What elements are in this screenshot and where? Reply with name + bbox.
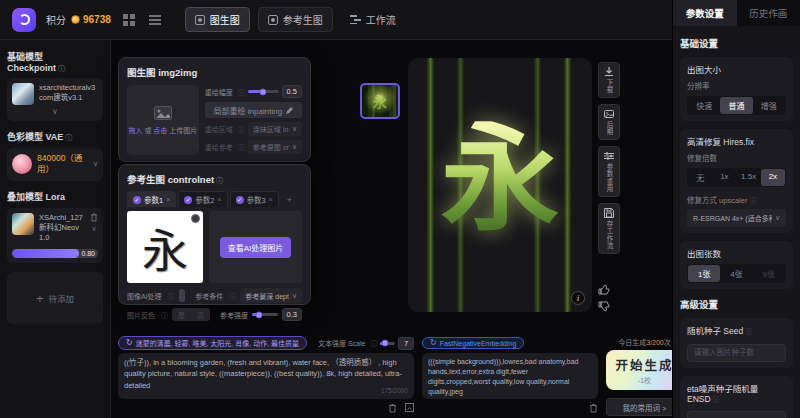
tab-img2img[interactable]: 图生图 bbox=[185, 7, 250, 32]
lora-weight-slider[interactable]: 0.80 bbox=[12, 249, 98, 258]
controlnet-tab-2[interactable]: ✓参数2× bbox=[178, 191, 227, 207]
denoise-value[interactable]: 0.5 bbox=[282, 85, 302, 98]
negative-prompt-textarea[interactable]: (((simple background))),lowres,bad anato… bbox=[422, 353, 598, 399]
img2img-panel: 图生图 img2img 拖入 或 点击 上传图片 重绘幅度ⓘ 0.5 局部重绘 bbox=[118, 57, 311, 162]
invert-toggle[interactable]: 是否 bbox=[172, 308, 210, 321]
cfg-scale-slider[interactable] bbox=[380, 342, 395, 345]
info-icon: ⓘ bbox=[745, 328, 752, 335]
lora-card[interactable]: XSArchi_127新科幻Neov1.0 ∨ 0.80 bbox=[7, 208, 103, 263]
count-9[interactable]: 9张 bbox=[753, 265, 785, 282]
positive-char-counter: 175/2000 bbox=[381, 386, 408, 396]
controlnet-tabs: ✓参数1× ✓参数2× ✓参数3× + bbox=[119, 191, 310, 207]
image-rating bbox=[598, 284, 610, 312]
upscaler-select[interactable]: R-ESRGAN 4x+ (适合多种风∨ bbox=[687, 209, 786, 227]
inpaint-button[interactable]: 局部重绘 inpainting bbox=[205, 102, 302, 118]
controlnet-reference-image[interactable]: 永 bbox=[127, 211, 203, 283]
trash-icon[interactable] bbox=[90, 213, 98, 222]
cfg-scale-value[interactable]: 7 bbox=[398, 337, 414, 350]
controlnet-tab-3[interactable]: ✓参数3× bbox=[230, 191, 279, 207]
denoise-slider[interactable] bbox=[248, 90, 279, 93]
positive-prompt-group: ↻ 迷蒙的清晨, 轻雾, 唯美, 太阳光, 肖像, 动作, 最佳质量 文本强度 … bbox=[118, 336, 414, 414]
strength-slider[interactable] bbox=[252, 313, 278, 316]
negative-embedding-tag[interactable]: ↻ FastNegativeEmbedding bbox=[422, 337, 524, 349]
inpaint-area-select[interactable]: 涂抹区域 In∨ bbox=[248, 122, 302, 136]
hires-none[interactable]: 无 bbox=[688, 169, 712, 186]
chevron-down-icon[interactable]: ∨ bbox=[93, 160, 98, 168]
ensd-card: eta噪声种子随机量 ENSDⓘ bbox=[680, 376, 793, 418]
image-settings-icon[interactable] bbox=[191, 214, 200, 223]
controlnet-add-tab[interactable]: + bbox=[281, 193, 298, 207]
resolution-normal[interactable]: 普通 bbox=[720, 97, 752, 114]
close-icon[interactable]: × bbox=[269, 196, 273, 203]
ensd-input[interactable] bbox=[687, 411, 786, 418]
chevron-down-icon: ∨ bbox=[292, 125, 297, 133]
plus-icon: + bbox=[36, 291, 44, 306]
grid-view-icon[interactable] bbox=[121, 12, 137, 28]
app-logo[interactable] bbox=[12, 8, 36, 32]
sliders-icon bbox=[604, 151, 614, 161]
count-4[interactable]: 4张 bbox=[720, 265, 752, 282]
tab-workflow[interactable]: 工作流 bbox=[341, 8, 405, 31]
reference-glyph: 永 bbox=[142, 214, 188, 280]
trash-icon[interactable] bbox=[388, 403, 397, 413]
view-ai-processed-button[interactable]: 查看AI处理图片 bbox=[220, 237, 292, 258]
chevron-down-icon[interactable]: ∨ bbox=[91, 225, 96, 233]
image-info-icon[interactable]: i bbox=[571, 291, 585, 305]
resolution-fast[interactable]: 快速 bbox=[688, 97, 720, 114]
hires-1x[interactable]: 1x bbox=[712, 169, 736, 186]
close-icon[interactable]: × bbox=[166, 196, 170, 203]
result-thumbnail[interactable]: 永 bbox=[360, 83, 400, 119]
condition-select[interactable]: 参考景深 dept∨ bbox=[240, 288, 302, 303]
thumbs-up-icon[interactable] bbox=[598, 284, 610, 295]
save-workflow-button[interactable]: 存工作流 bbox=[598, 203, 620, 254]
controlnet-tab-1[interactable]: ✓参数1× bbox=[127, 191, 176, 207]
tab-history[interactable]: 历史作画 bbox=[737, 0, 800, 26]
strength-value[interactable]: 0.3 bbox=[282, 308, 302, 321]
post-process-button[interactable]: 后期 bbox=[598, 104, 620, 140]
inpaint-reference-select[interactable]: 参考原图 or∨ bbox=[248, 140, 302, 154]
check-icon[interactable]: ✓ bbox=[236, 196, 244, 204]
chevron-down-icon[interactable]: ∨ bbox=[12, 108, 98, 116]
info-icon: ⓘ bbox=[238, 142, 245, 152]
positive-prompt-textarea[interactable]: ((竹子)), in a blooming garden, (fresh and… bbox=[118, 353, 414, 399]
seed-label: 随机种子 Seedⓘ bbox=[687, 324, 786, 336]
lora-thumbnail bbox=[12, 213, 34, 235]
checkpoint-card[interactable]: xsarchitecturalv3com建筑v3.1 ∨ bbox=[7, 78, 103, 121]
check-icon[interactable]: ✓ bbox=[133, 196, 141, 204]
trash-icon[interactable] bbox=[589, 403, 598, 413]
tab-parameters[interactable]: 参数设置 bbox=[673, 0, 737, 26]
download-button[interactable]: 下载 bbox=[598, 62, 620, 98]
refresh-icon[interactable]: ↻ bbox=[430, 339, 437, 347]
expand-frame-icon[interactable] bbox=[405, 403, 414, 412]
info-icon: ⓘ bbox=[216, 177, 223, 184]
basic-settings-header: 基础设置 bbox=[680, 36, 793, 50]
image-upload-dropzone[interactable]: 拖入 或 点击 上传图片 bbox=[127, 85, 199, 155]
add-lora-button[interactable]: + 待添加 bbox=[7, 272, 103, 324]
seed-input[interactable] bbox=[687, 344, 786, 362]
upload-hint: 拖入 或 点击 上传图片 bbox=[128, 125, 197, 135]
reuse-params-button[interactable]: 参数重用 bbox=[598, 146, 620, 197]
download-icon bbox=[604, 67, 614, 77]
mode-tabs: 图生图 参考生图 工作流 bbox=[185, 7, 405, 32]
close-icon[interactable]: × bbox=[217, 196, 221, 203]
positive-preset-tag[interactable]: ↻ 迷蒙的清晨, 轻雾, 唯美, 太阳光, 肖像, 动作, 最佳质量 bbox=[118, 336, 307, 350]
batch-count-title: 出图张数 bbox=[687, 247, 786, 259]
thumbs-down-icon[interactable] bbox=[598, 301, 610, 312]
hires-1-5x[interactable]: 1.5x bbox=[737, 169, 761, 186]
batch-count-card: 出图张数 1张 4张 9张 bbox=[680, 241, 793, 289]
tab-controlnet[interactable]: 参考生图 bbox=[258, 7, 333, 32]
resolution-enhanced[interactable]: 增强 bbox=[753, 97, 785, 114]
controlnet-panel-title: 参考生图 controlnetⓘ bbox=[119, 165, 310, 190]
count-1[interactable]: 1张 bbox=[688, 265, 720, 282]
generated-image[interactable]: 永 i bbox=[408, 58, 592, 312]
info-icon: ⓘ bbox=[370, 338, 377, 348]
vae-card[interactable]: 840000（通用） ∨ bbox=[7, 148, 103, 181]
hires-2x[interactable]: 2x bbox=[761, 169, 785, 186]
info-icon: ⓘ bbox=[749, 197, 756, 204]
ai-process-toggle[interactable]: 是否 bbox=[179, 289, 186, 302]
check-icon[interactable]: ✓ bbox=[184, 196, 192, 204]
menu-icon[interactable] bbox=[147, 12, 163, 28]
info-icon: ⓘ bbox=[238, 124, 245, 134]
chevron-down-icon: ∨ bbox=[775, 214, 780, 222]
refresh-icon[interactable]: ↻ bbox=[126, 339, 133, 347]
